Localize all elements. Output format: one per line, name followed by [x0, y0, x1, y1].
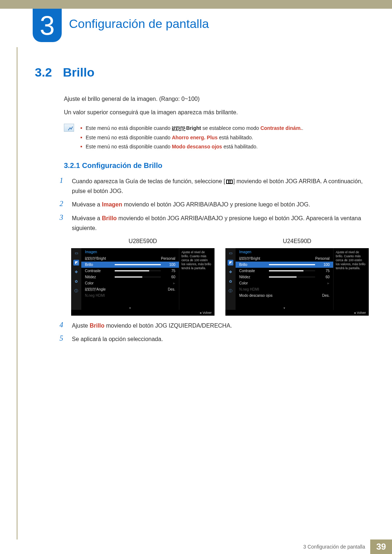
osd-help-panel: Ajuste el nivel de brillo. Cuanto más ce…	[179, 248, 215, 310]
step-2: 2 Muévase a Imagen moviendo el botón JOG…	[60, 200, 369, 209]
move-icon: ✥	[228, 269, 233, 275]
osd-sidebar: ▭ ◩ ✥ ✿ ⓘ	[71, 248, 81, 310]
monitor-icon: ▭	[73, 250, 79, 256]
step-5: 5 Se aplicará la opción seleccionada.	[60, 334, 369, 344]
osd-item-contraste: Contraste 75	[236, 268, 333, 274]
page-number: 39	[370, 539, 392, 554]
osd-col-left: U28E590D ▭ ◩ ✥ ✿ ⓘ Imagen SAMSUNGMA	[71, 238, 215, 316]
osd-item-eyesaver: Modo descanso ojosDes.	[236, 292, 333, 299]
info-icon: ⓘ	[228, 288, 233, 294]
osd-item-brillo: Brillo 100	[236, 262, 333, 268]
osd-sidebar: ▭ ◩ ✥ ✿ ⓘ	[225, 248, 236, 310]
chapter-number: 3	[40, 10, 54, 41]
osd-screenshots-row: U28E590D ▭ ◩ ✥ ✿ ⓘ Imagen SAMSUNGMA	[71, 238, 369, 316]
gear-icon: ✿	[73, 279, 79, 284]
osd-item-neghdmi: N.neg HDMI	[236, 286, 333, 292]
vertical-rule	[17, 47, 17, 539]
monitor-icon: ▭	[228, 250, 233, 256]
section-title: Brillo	[63, 65, 94, 79]
move-icon: ✥	[73, 269, 79, 275]
osd-item-color: Color▸	[236, 280, 333, 286]
osd-item-brillo: Brillo 100	[81, 262, 179, 268]
note-item-1: Este menú no está disponible cuando SAMS…	[78, 124, 369, 133]
osd-down-arrow: ▾	[81, 306, 179, 310]
osd-right: ▭ ◩ ✥ ✿ ⓘ Imagen SAMSUNGMAGICBright Pers…	[225, 248, 369, 316]
note-item-2: Este menú no está disponible cuando Ahor…	[78, 133, 369, 142]
page-footer: 3 Configuración de pantalla 39	[0, 539, 392, 554]
osd-model-right: U24E590D	[225, 238, 369, 245]
osd-item-neghdmi: N.neg HDMI	[81, 292, 179, 299]
note-item-3: Este menú no está disponible cuando Modo…	[78, 142, 369, 151]
osd-item-magicangle: SAMSUNGMAGICAngle Des.	[81, 286, 179, 292]
note-list: Este menú no está disponible cuando SAMS…	[78, 124, 369, 151]
step-4: 4 Ajuste Brillo moviendo el botón JOG IZ…	[60, 321, 369, 331]
osd-header: Imagen	[236, 248, 333, 255]
osd-return: Volver	[71, 310, 215, 316]
osd-item-magicbright: SAMSUNGMAGICBright Personal	[81, 255, 179, 262]
section-heading: 3.2 Brillo	[35, 65, 369, 79]
osd-item-nitidez: Nitidez 60	[81, 274, 179, 280]
steps-list: 1 Cuando aparezca la Guía de teclas de f…	[60, 176, 369, 233]
chapter-title: Configuración de pantalla	[69, 17, 209, 31]
osd-col-right: U24E590D ▭ ◩ ✥ ✿ ⓘ Imagen SAMSUNGMA	[225, 238, 369, 316]
gear-icon: ✿	[228, 279, 233, 284]
section-number: 3.2	[35, 65, 52, 79]
osd-header: Imagen	[81, 248, 179, 255]
osd-item-magicbright: SAMSUNGMAGICBright Personal	[236, 255, 333, 262]
intro-line-2: Un valor superior conseguirá que la imag…	[64, 107, 369, 117]
osd-left: ▭ ◩ ✥ ✿ ⓘ Imagen SAMSUNGMAGICBright Pers…	[71, 248, 215, 316]
osd-item-color: Color▸	[81, 280, 179, 286]
step-1: 1 Cuando aparezca la Guía de teclas de f…	[60, 176, 369, 196]
note-icon	[64, 124, 74, 132]
steps-list-cont: 4 Ajuste Brillo moviendo el botón JOG IZ…	[60, 321, 369, 344]
intro-line-1: Ajuste el brillo general de la imagen. (…	[64, 94, 369, 104]
note-block: Este menú no está disponible cuando SAMS…	[64, 124, 369, 151]
image-icon: ◩	[228, 260, 233, 266]
osd-model-left: U28E590D	[71, 238, 215, 245]
top-accent-bar	[0, 0, 392, 9]
menu-icon	[226, 180, 233, 184]
image-icon: ◩	[73, 260, 79, 266]
osd-down-arrow: ▾	[236, 306, 333, 310]
info-icon: ⓘ	[73, 288, 79, 294]
footer-text: 3 Configuración de pantalla	[298, 539, 370, 554]
content-area: 3.2 Brillo Ajuste el brillo general de l…	[35, 65, 369, 348]
osd-item-nitidez: Nitidez 60	[236, 274, 333, 280]
chapter-badge: 3	[33, 9, 62, 42]
subsection-heading: 3.2.1 Configuración de Brillo	[64, 161, 369, 170]
step-3: 3 Muévase a Brillo moviendo el botón JOG…	[60, 213, 369, 233]
osd-item-contraste: Contraste 75	[81, 268, 179, 274]
osd-return: Volver	[225, 310, 369, 316]
samsung-magic-logo: SAMSUNGMAGIC	[172, 127, 186, 131]
osd-help-panel: Ajuste el nivel de brillo. Cuanto más ce…	[333, 248, 369, 310]
